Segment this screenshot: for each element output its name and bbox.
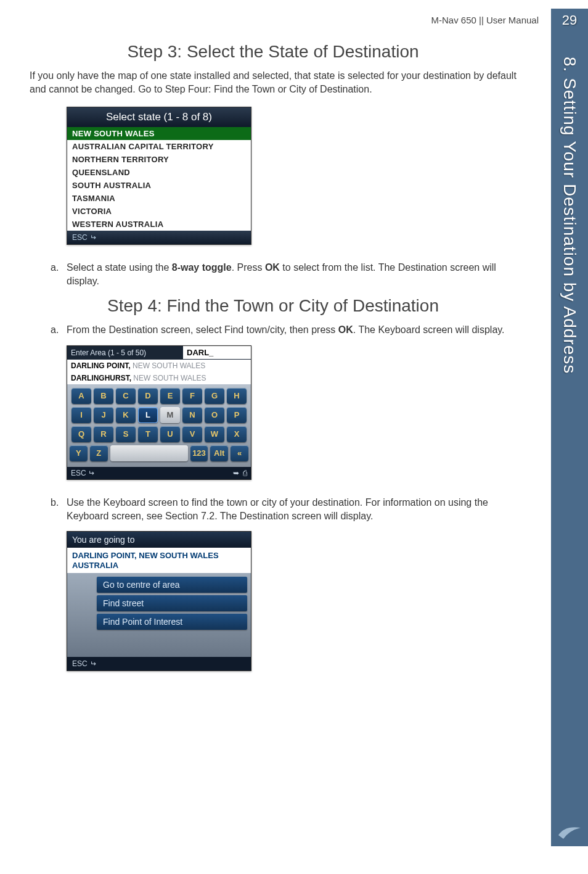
- step4-item-a: a. From the Destination screen, select F…: [51, 323, 517, 337]
- step3-intro: If you only have the map of one state in…: [30, 69, 517, 96]
- key-space[interactable]: [110, 445, 188, 461]
- list-marker: b.: [51, 496, 62, 522]
- dest-address: DARLING POINT, NEW SOUTH WALES AUSTRALIA: [67, 548, 251, 573]
- key-g[interactable]: G: [205, 388, 224, 404]
- step3-heading: Step 3: Select the State of Destination: [30, 42, 517, 62]
- keyboard-screenshot: Enter Area (1 - 5 of 50) DARL_ DARLING P…: [67, 345, 517, 480]
- key-i[interactable]: I: [71, 407, 91, 423]
- bold-text: OK: [338, 324, 353, 335]
- text: NEW SOUTH WALES: [133, 361, 205, 370]
- key-x[interactable]: X: [227, 426, 247, 442]
- text: . Press: [232, 262, 265, 273]
- page-content: Step 3: Select the State of Destination …: [30, 37, 517, 687]
- text: From the Destination screen, select Find…: [67, 324, 338, 335]
- key-backspace[interactable]: «: [231, 445, 248, 461]
- text: Select a state using the: [67, 262, 172, 273]
- key-y[interactable]: Y: [70, 445, 88, 461]
- dest-opt-street[interactable]: Find street: [97, 595, 247, 611]
- destination-screenshot: You are going to DARLING POINT, NEW SOUT…: [67, 531, 517, 671]
- key-d[interactable]: D: [138, 388, 158, 404]
- enter-icon: ↵: [88, 469, 94, 477]
- state-row[interactable]: AUSTRALIAN CAPITAL TERRITORY: [67, 140, 251, 153]
- dest-opt-poi[interactable]: Find Point of Interest: [97, 614, 247, 630]
- page-number: 29: [562, 12, 577, 28]
- kb-count-label: Enter Area (1 - 5 of 50): [67, 346, 183, 360]
- kb-footer: ESC ↵ ➥ ⎙: [67, 467, 251, 479]
- state-row[interactable]: VICTORIA: [67, 205, 251, 218]
- key-alt[interactable]: Alt: [210, 445, 228, 461]
- key-q[interactable]: Q: [71, 426, 91, 442]
- state-row[interactable]: NORTHERN TERRITORY: [67, 153, 251, 166]
- key-f[interactable]: F: [182, 388, 202, 404]
- key-j[interactable]: J: [94, 407, 113, 423]
- key-s[interactable]: S: [116, 426, 136, 442]
- key-p[interactable]: P: [227, 407, 247, 423]
- text: DARLINGHURST,: [71, 374, 133, 382]
- state-select-screenshot: Select state (1 - 8 of 8) NEW SOUTH WALE…: [67, 107, 517, 245]
- state-list-title: Select state (1 - 8 of 8): [67, 107, 251, 127]
- step4-item-b-text: Use the Keyboard screen to find the town…: [67, 496, 517, 522]
- esc-label: ESC: [71, 469, 86, 477]
- dest-addr-line2: AUSTRALIA: [72, 561, 246, 571]
- screenshot-footer: ESC ↵: [67, 231, 251, 244]
- key-v[interactable]: V: [182, 426, 202, 442]
- key-c[interactable]: C: [116, 388, 136, 404]
- key-m[interactable]: M: [160, 407, 180, 423]
- list-icon[interactable]: ⎙: [243, 469, 247, 477]
- key-k[interactable]: K: [116, 407, 136, 423]
- list-marker: a.: [51, 323, 62, 337]
- kb-suggestion[interactable]: DARLING POINT, NEW SOUTH WALES: [67, 360, 251, 372]
- key-l-selected[interactable]: L: [138, 407, 158, 423]
- text: . The Keyboard screen will display.: [353, 324, 505, 335]
- key-u[interactable]: U: [160, 426, 180, 442]
- step4-heading: Step 4: Find the Town or City of Destina…: [30, 296, 517, 316]
- bold-text: OK: [265, 262, 280, 273]
- key-e[interactable]: E: [160, 388, 180, 404]
- enter-icon: ↵: [90, 233, 96, 242]
- swoosh-icon: [557, 824, 582, 840]
- chapter-title: 8. Setting Your Destination by Address: [560, 57, 579, 374]
- kb-suggestion[interactable]: DARLINGHURST, NEW SOUTH WALES: [67, 372, 251, 384]
- text: NEW SOUTH WALES: [133, 374, 206, 382]
- bold-text: 8-way toggle: [172, 262, 232, 273]
- key-h[interactable]: H: [227, 388, 247, 404]
- key-r[interactable]: R: [94, 426, 113, 442]
- dest-title: You are going to: [67, 532, 251, 548]
- state-row[interactable]: QUEENSLAND: [67, 166, 251, 179]
- step4-item-b: b. Use the Keyboard screen to find the t…: [51, 496, 517, 522]
- state-row[interactable]: WESTERN AUSTRALIA: [67, 218, 251, 231]
- key-b[interactable]: B: [94, 388, 113, 404]
- kb-footer-right: ➥ ⎙: [233, 469, 247, 477]
- list-marker: a.: [51, 261, 62, 287]
- step3-item-a: a. Select a state using the 8-way toggle…: [51, 261, 517, 287]
- text: DARLING POINT,: [71, 361, 133, 370]
- kb-header: Enter Area (1 - 5 of 50) DARL_: [67, 346, 251, 360]
- key-n[interactable]: N: [182, 407, 202, 423]
- key-t[interactable]: T: [138, 426, 158, 442]
- esc-label[interactable]: ESC: [72, 233, 88, 242]
- kb-input[interactable]: DARL_: [183, 346, 251, 359]
- page-number-tab: 29: [551, 9, 588, 32]
- next-icon[interactable]: ➥: [233, 469, 239, 477]
- state-row-selected[interactable]: NEW SOUTH WALES: [67, 127, 251, 140]
- dest-opt-centre[interactable]: Go to centre of area: [97, 577, 247, 593]
- dest-addr-line1: DARLING POINT, NEW SOUTH WALES: [72, 551, 246, 561]
- kb-esc[interactable]: ESC ↵: [71, 469, 94, 477]
- key-o[interactable]: O: [205, 407, 224, 423]
- dest-footer: ESC ↵: [67, 657, 251, 670]
- doc-header: M-Nav 650 || User Manual: [431, 15, 539, 25]
- state-row[interactable]: SOUTH AUSTRALIA: [67, 179, 251, 192]
- state-row[interactable]: TASMANIA: [67, 192, 251, 205]
- dest-esc[interactable]: ESC: [72, 659, 88, 668]
- step3-item-a-text: Select a state using the 8-way toggle. P…: [67, 261, 517, 287]
- dest-options: Go to centre of area Find street Find Po…: [67, 573, 251, 657]
- enter-icon: ↵: [90, 659, 96, 668]
- key-a[interactable]: A: [71, 388, 91, 404]
- chapter-side-tab: 8. Setting Your Destination by Address: [551, 32, 588, 846]
- key-123[interactable]: 123: [190, 445, 208, 461]
- state-list: NEW SOUTH WALES AUSTRALIAN CAPITAL TERRI…: [67, 127, 251, 231]
- key-z[interactable]: Z: [90, 445, 108, 461]
- key-w[interactable]: W: [205, 426, 224, 442]
- step4-item-a-text: From the Destination screen, select Find…: [67, 323, 505, 337]
- keyboard-grid: A B C D E F G H I J K L M N O P: [67, 384, 251, 467]
